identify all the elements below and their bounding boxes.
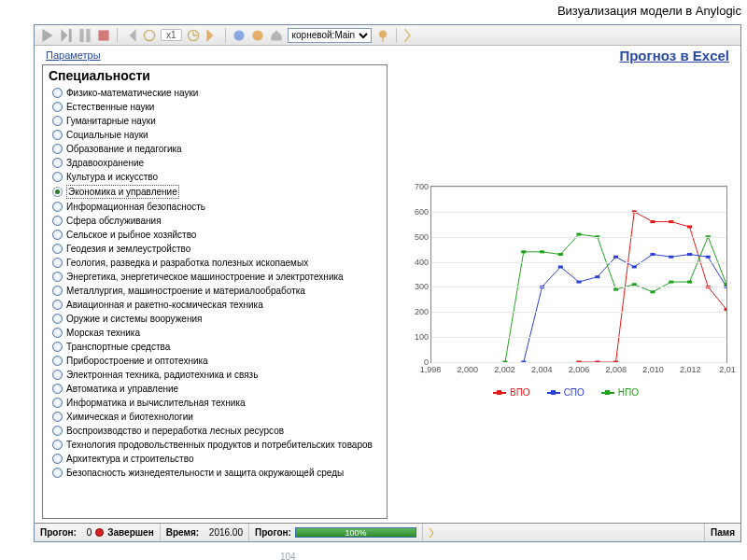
specialty-item[interactable]: Экономика и управление (52, 184, 383, 200)
specialties-panel: Специальности Физико-математические наук… (42, 64, 388, 519)
chart-panel: 0100200300400500600700 1,9982,0002,0022,… (393, 64, 733, 519)
specialty-label: Образование и педагогика (66, 143, 182, 155)
specialty-item[interactable]: Технология продовольственных продуктов и… (52, 438, 383, 452)
specialty-item[interactable]: Социальные науки (52, 128, 383, 142)
specialty-item[interactable]: Гуманитарные науки (52, 114, 383, 128)
specialty-label: Воспроизводство и переработка лесных рес… (66, 425, 284, 437)
svg-rect-17 (558, 265, 563, 268)
x-tick-label: 2,010 (642, 365, 664, 374)
specialty-item[interactable]: Здравоохранение (52, 156, 383, 170)
specialty-label: Геология, разведка и разработка полезных… (66, 257, 308, 269)
radio-icon (52, 398, 63, 408)
specialty-label: Естественные науки (66, 101, 154, 113)
svg-rect-10 (650, 220, 655, 223)
pin-icon[interactable] (375, 28, 390, 43)
radio-icon (52, 172, 63, 182)
stop-indicator-icon (95, 528, 104, 537)
specialty-item[interactable]: Металлургия, машиностроение и материалоо… (52, 284, 383, 298)
specialty-item[interactable]: Естественные науки (52, 100, 383, 114)
excel-link[interactable]: Прогноз в Excel (619, 48, 729, 63)
svg-rect-21 (632, 265, 637, 268)
radio-icon (52, 144, 63, 154)
radio-icon (52, 412, 63, 422)
specialty-label: Информационная безопасность (66, 201, 205, 213)
status-memory: Памя (704, 524, 740, 541)
specialty-item[interactable]: Информатика и вычислительная техника (52, 396, 383, 410)
svg-rect-36 (669, 281, 673, 284)
radio-icon (52, 102, 63, 112)
status-progress: Прогон: 100% (249, 524, 423, 541)
specialty-label: Энергетика, энергетическое машиностроени… (66, 271, 344, 283)
specialty-item[interactable]: Безопасность жизнедеятельности и защита … (52, 466, 383, 480)
specialty-label: Архитектура и строительство (66, 453, 193, 465)
fast-icon[interactable] (186, 28, 201, 43)
x-tick-label: 2,01 (719, 365, 736, 374)
legend-item: ВПО (493, 387, 530, 398)
pause-icon[interactable] (78, 28, 92, 43)
realtime-icon[interactable] (142, 28, 157, 43)
x-tick-label: 2,000 (457, 365, 478, 374)
radio-icon (52, 426, 63, 436)
nav1-icon[interactable] (232, 28, 247, 43)
specialty-item[interactable]: Электронная техника, радиотехника и связ… (52, 368, 383, 382)
specialty-item[interactable]: Культура и искусство (52, 170, 383, 184)
params-link[interactable]: Параметры (46, 49, 101, 61)
svg-rect-0 (98, 30, 108, 40)
specialty-item[interactable]: Сельское и рыбное хозяйство (52, 228, 383, 242)
fastest-icon[interactable] (204, 28, 219, 43)
specialty-item[interactable]: Авиационная и ракетно-космическая техник… (52, 298, 383, 312)
app-window: x1 корневой:Main Параметры Прогноз в Exc… (34, 24, 741, 542)
specialty-item[interactable]: Архитектура и строительство (52, 452, 383, 466)
progress-bar: 100% (295, 527, 416, 538)
chart-area: 0100200300400500600700 1,9982,0002,0022,… (402, 186, 729, 410)
play-small-icon (429, 528, 438, 538)
specialty-item[interactable]: Воспроизводство и переработка лесных рес… (52, 424, 383, 438)
specialty-item[interactable]: Физико-математические науки (52, 86, 383, 100)
svg-rect-23 (669, 256, 673, 259)
svg-rect-33 (613, 288, 618, 291)
specialty-label: Гуманитарные науки (66, 115, 156, 127)
misc-icon[interactable] (402, 28, 417, 43)
specialty-label: Технология продовольственных продуктов и… (66, 439, 373, 451)
svg-rect-35 (650, 290, 655, 293)
specialty-label: Морская техника (66, 327, 140, 339)
x-tick-label: 2,004 (531, 365, 553, 374)
radio-icon (52, 342, 63, 352)
status-bar: Прогон: 0 Завершен Время: 2016.00 Прогон… (35, 523, 740, 541)
specialty-item[interactable]: Информационная безопасность (52, 200, 383, 214)
page-number: 104 (280, 552, 296, 560)
panel-title: Специальности (43, 65, 387, 86)
specialty-label: Безопасность жизнедеятельности и защита … (66, 467, 344, 479)
legend-item: СПО (547, 387, 585, 398)
toolbar: x1 корневой:Main (35, 25, 740, 46)
specialty-item[interactable]: Энергетика, энергетическое машиностроени… (52, 270, 383, 284)
status-run: Прогон: 0 Завершен (35, 524, 161, 541)
stop-icon[interactable] (96, 28, 111, 43)
svg-rect-18 (576, 281, 581, 284)
specialty-item[interactable]: Приборостроение и оптотехника (52, 354, 383, 368)
specialty-item[interactable]: Сфера обслуживания (52, 214, 383, 228)
play-icon[interactable] (40, 28, 55, 43)
home-icon[interactable] (269, 28, 284, 43)
specialty-item[interactable]: Геодезия и землеустройство (52, 242, 383, 256)
step-icon[interactable] (59, 28, 74, 43)
radio-icon (52, 187, 63, 197)
specialty-item[interactable]: Морская техника (52, 326, 383, 340)
nav2-icon[interactable] (250, 28, 265, 43)
specialty-item[interactable]: Геология, разведка и разработка полезных… (52, 256, 383, 270)
slow-icon[interactable] (123, 28, 138, 43)
specialty-item[interactable]: Автоматика и управление (52, 382, 383, 396)
specialty-item[interactable]: Образование и педагогика (52, 142, 383, 156)
svg-rect-25 (706, 256, 711, 259)
specialty-label: Социальные науки (66, 129, 148, 141)
specialty-item[interactable]: Транспортные средства (52, 340, 383, 354)
specialty-item[interactable]: Оружие и системы вооружения (52, 312, 383, 326)
agent-select[interactable]: корневой:Main (288, 28, 372, 43)
radio-icon (52, 202, 63, 212)
specialty-label: Приборостроение и оптотехника (66, 355, 208, 367)
specialty-item[interactable]: Химическая и биотехнологии (52, 410, 383, 424)
svg-point-4 (252, 30, 262, 40)
outside-title: Визуализация модели в Anylogic (557, 4, 741, 18)
specialty-label: Сфера обслуживания (66, 215, 162, 227)
radio-icon (52, 244, 63, 254)
